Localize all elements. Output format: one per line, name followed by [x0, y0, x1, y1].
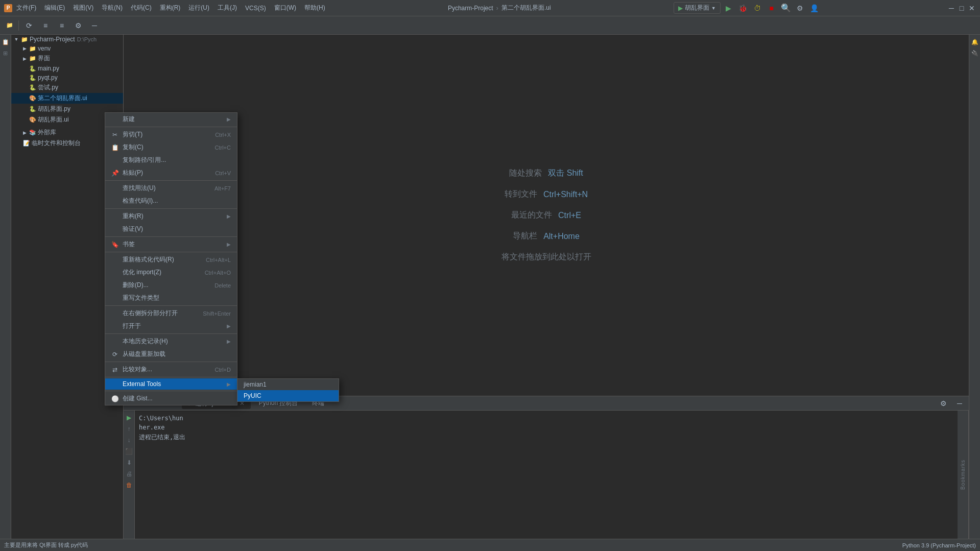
run-clear-button[interactable]: 🗑 [124, 480, 134, 490]
ctx-bookmarks-left: 🔖 书签 [111, 240, 135, 249]
menu-help[interactable]: 帮助(H) [304, 4, 325, 12]
ctx-copy[interactable]: 📋 复制(C) Ctrl+C [105, 141, 237, 154]
ctx-find-left: 查找用法(U) [111, 184, 156, 193]
menu-navigate[interactable]: 导航(N) [102, 4, 123, 12]
ctx-reformat[interactable]: 重新格式化代码(R) Ctrl+Alt+L [105, 253, 237, 266]
run-stop-button[interactable]: ⬛ [124, 446, 134, 457]
ctx-reload[interactable]: ⟳ 从磁盘重新加载 [105, 348, 237, 361]
ctx-new-label: 新建 [123, 115, 135, 124]
menu-code[interactable]: 代码(C) [131, 4, 152, 12]
run-print-button[interactable]: 🖨 [124, 469, 134, 479]
toolbar-collapse-all[interactable]: ≡ [38, 18, 53, 33]
ctx-history-arrow: ▶ [227, 339, 231, 344]
tree-venv[interactable]: ▶ 📁 venv [11, 44, 123, 53]
coverage-button[interactable]: ⏱ [751, 2, 763, 14]
maximize-button[interactable]: □ [958, 4, 966, 12]
tree-root[interactable]: ▼ 📁 Pycharm-Project D:\Pych [11, 35, 123, 44]
reload-icon: ⟳ [111, 351, 118, 358]
ctx-bookmarks-arrow: ▶ [227, 242, 231, 247]
ctx-reload-label: 从磁盘重新加载 [123, 350, 165, 358]
ctx-compare[interactable]: ⇄ 比较对象... Ctrl+D [105, 363, 237, 376]
toolbar-hide[interactable]: ─ [87, 18, 102, 33]
menu-run[interactable]: 运行(U) [188, 4, 209, 12]
ctx-sep-9 [105, 377, 237, 377]
menu-view[interactable]: 视图(V) [73, 4, 93, 12]
ctx-open-right[interactable]: 在右侧拆分部分打开 Shift+Enter [105, 307, 237, 320]
ctx-validate[interactable]: 验证(V) [105, 223, 237, 235]
tree-second-ui[interactable]: 🎨 第二个胡乱界面.ui [11, 93, 123, 104]
right-icon-plugins[interactable]: 🔌 [970, 48, 980, 58]
menu-window[interactable]: 窗口(W) [274, 4, 296, 12]
ctx-copy-left: 📋 复制(C) [111, 143, 144, 152]
project-panel-icon[interactable]: 📁 [4, 20, 15, 31]
run-config-label: 胡乱界面 [685, 4, 709, 12]
ctx-bookmarks[interactable]: 🔖 书签 ▶ [105, 238, 237, 251]
status-bar-left: 主要是用来将 Qt界面 转成 py代码 [4, 541, 88, 549]
context-menu: 新建 ▶ ✂ 剪切(T) Ctrl+X 📋 复制(C) Ctrl+C 复制路径/… [105, 112, 237, 405]
sidebar-icon-project[interactable]: 📋 [1, 37, 11, 47]
run-up-button[interactable]: ↑ [124, 424, 134, 434]
run-button[interactable]: ▶ [723, 2, 735, 14]
ctx-history-label: 本地历史记录(H) [123, 337, 168, 346]
ctx-local-history[interactable]: 本地历史记录(H) ▶ [105, 335, 237, 348]
menu-vcs[interactable]: VCS(S) [245, 5, 266, 12]
ctx-inspect-code[interactable]: 检查代码(I)... [105, 195, 237, 207]
ctx-copy-path[interactable]: 复制路径/引用... [105, 154, 237, 166]
tree-try-py[interactable]: 🐍 尝试.py [11, 82, 123, 93]
menu-file[interactable]: 文件(F) [16, 4, 36, 12]
tree-huluan-py-label: 胡乱界面.py [38, 105, 70, 113]
menu-tools[interactable]: 工具(J) [218, 4, 237, 12]
bookmarks-sidebar: Bookmarks [958, 411, 969, 539]
tree-main-py[interactable]: 🐍 main.py [11, 64, 123, 73]
submenu-pyuic[interactable]: PyUIC [237, 390, 339, 401]
py-icon-try: 🐍 [29, 84, 36, 91]
tree-arrow-venv: ▶ [21, 45, 28, 52]
tree-pyqt-py[interactable]: 🐍 pyqt.py [11, 73, 123, 82]
toolbar-expand-all[interactable]: ≡ [55, 18, 69, 33]
run-config-button[interactable]: ▶ 胡乱界面 ▼ [674, 2, 721, 14]
ctx-find-usages[interactable]: 查找用法(U) Alt+F7 [105, 182, 237, 195]
ctx-open-in-label: 打开于 [123, 322, 141, 330]
ctx-new[interactable]: 新建 ▶ [105, 113, 237, 126]
ctx-sep-7 [105, 333, 237, 334]
menu-refactor[interactable]: 重构(R) [160, 4, 181, 12]
ctx-paste[interactable]: 📌 粘贴(P) Ctrl+V [105, 166, 237, 179]
ctx-open-in[interactable]: 打开于 ▶ [105, 320, 237, 332]
ctx-override-filetype[interactable]: 重写文件类型 [105, 292, 237, 304]
ctx-ext-tools-label: External Tools [123, 380, 161, 388]
sidebar-icon-structure[interactable]: ⊞ [1, 48, 11, 58]
tree-main-py-label: main.py [38, 65, 59, 72]
stop-button[interactable]: ■ [766, 2, 778, 14]
folder-icon-root: 📁 [21, 36, 28, 43]
ctx-gist-label: 创建 Gist... [123, 394, 153, 403]
settings-button[interactable]: ⚙ [794, 2, 806, 14]
toolbar-gear[interactable]: ⚙ [71, 18, 85, 33]
cut-icon: ✂ [111, 131, 118, 138]
bottom-settings-button[interactable]: ⚙ [936, 396, 950, 411]
ctx-external-tools[interactable]: External Tools ▶ jiemian1 PyUIC [105, 378, 237, 390]
py-icon-main: 🐍 [29, 65, 36, 72]
tree-jiemian[interactable]: ▶ 📁 界面 [11, 53, 123, 64]
ctx-cut[interactable]: ✂ 剪切(T) Ctrl+X [105, 128, 237, 141]
window-controls: ─ □ ✕ [947, 4, 976, 12]
minimize-button[interactable]: ─ [947, 4, 955, 12]
search-everywhere-button[interactable]: 🔍 [780, 2, 792, 14]
toolbar-sync[interactable]: ⟳ [22, 18, 36, 33]
submenu-jiemian1[interactable]: jiemian1 [237, 379, 339, 390]
ctx-refactor[interactable]: 重构(R) ▶ [105, 210, 237, 223]
paste-icon: 📌 [111, 170, 118, 177]
menu-edit[interactable]: 编辑(E) [44, 4, 65, 12]
ctx-delete[interactable]: 删除(D)... Delete [105, 279, 237, 292]
run-play-button[interactable]: ▶ [124, 413, 134, 423]
hint-navbar-label: 导航栏 [513, 231, 537, 242]
run-down-button[interactable]: ↓ [124, 435, 134, 445]
debug-button[interactable]: 🐞 [737, 2, 749, 14]
bottom-close-button[interactable]: ─ [952, 396, 967, 411]
user-avatar[interactable]: 👤 [808, 2, 821, 14]
run-wrap-button[interactable]: ⬇ [124, 458, 134, 468]
tree-arrow-ext: ▶ [21, 130, 28, 136]
right-icon-notifications[interactable]: 🔔 [970, 37, 980, 47]
ctx-optimize-import[interactable]: 优化 import(Z) Ctrl+Alt+O [105, 266, 237, 279]
ctx-create-gist[interactable]: ⚪ 创建 Gist... [105, 392, 237, 405]
close-button[interactable]: ✕ [968, 4, 976, 12]
